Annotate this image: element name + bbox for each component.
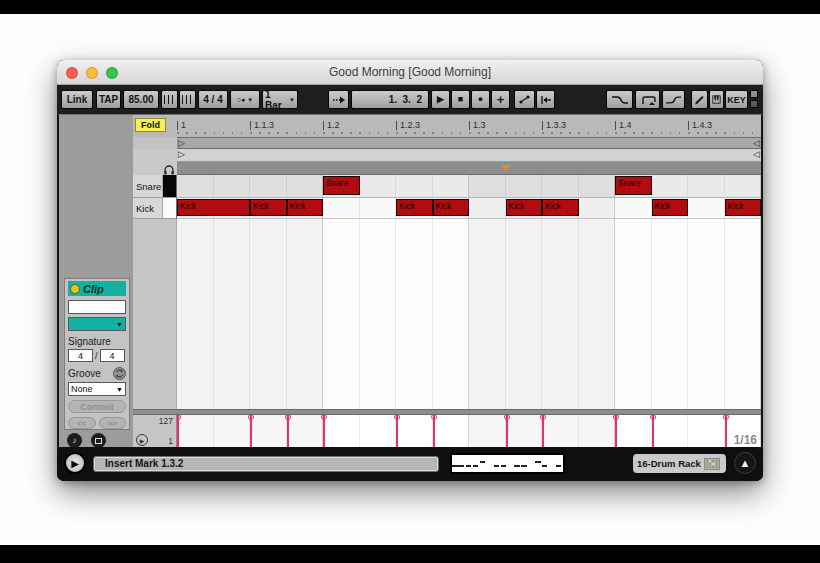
groove-select[interactable]: None ▼ [68, 382, 126, 396]
signature-denominator-field[interactable]: 4 [100, 349, 125, 362]
snare-note-lane[interactable]: SnareSnare [177, 175, 761, 198]
envelopes-box-toggle[interactable] [91, 433, 106, 448]
automation-arm-button[interactable] [514, 90, 535, 109]
grid-cell[interactable] [652, 219, 689, 409]
midi-in-indicator[interactable] [750, 90, 758, 98]
end-marker-icon[interactable]: ◁ [753, 149, 760, 160]
prev-clip-button[interactable]: << [68, 417, 96, 429]
quantization-menu[interactable]: 1 Bar ▼ [262, 90, 298, 109]
clip-activator-icon[interactable] [70, 284, 80, 294]
grid-cell[interactable] [360, 219, 397, 409]
grid-cell[interactable] [287, 219, 324, 409]
follow-button[interactable] [328, 90, 349, 109]
next-clip-button[interactable]: >> [99, 417, 127, 429]
notes-box-toggle[interactable]: ♪ [67, 433, 82, 448]
reenable-automation-button[interactable] [536, 90, 555, 109]
velocity-stem[interactable] [396, 415, 398, 448]
hot-swap-groove-button[interactable] [113, 367, 126, 380]
midi-note-kick[interactable]: Kick [287, 199, 324, 216]
loop-button[interactable] [635, 90, 660, 109]
tap-tempo-button[interactable]: TAP [96, 90, 121, 109]
midi-note-kick[interactable]: Kick [652, 199, 689, 216]
grid-cell[interactable] [396, 219, 433, 409]
grid-cell[interactable] [323, 219, 360, 409]
nudge-up-button[interactable] [179, 90, 196, 109]
time-signature-display[interactable]: 4 / 4 [198, 90, 228, 109]
metronome-button[interactable]: ○● ▼ [230, 90, 260, 109]
commit-button[interactable]: Commit [68, 400, 126, 413]
start-marker-icon[interactable]: ▷ [178, 149, 185, 160]
piano-key-kick[interactable] [163, 198, 177, 219]
midi-note-kick[interactable]: Kick [725, 199, 762, 216]
midi-note-kick[interactable]: Kick [433, 199, 470, 216]
kick-note-lane[interactable]: KickKickKickKickKickKickKickKickKick [177, 198, 761, 219]
midi-note-kick[interactable]: Kick [396, 199, 433, 216]
play-button[interactable]: ▶ [431, 90, 450, 109]
tempo-display[interactable]: 85.00 [123, 90, 159, 109]
midi-note-snare[interactable]: Snare [323, 176, 360, 195]
insert-marker[interactable] [502, 165, 510, 171]
start-end-marker-lane[interactable]: ▷ ◁ [177, 149, 761, 162]
velocity-stem[interactable] [615, 415, 617, 448]
velocity-stem[interactable] [433, 415, 435, 448]
grid-cell[interactable] [177, 219, 214, 409]
velocity-stem[interactable] [652, 415, 654, 448]
velocity-stem[interactable] [250, 415, 252, 448]
grid-cell[interactable] [469, 219, 506, 409]
overdub-button[interactable]: + [491, 90, 510, 109]
velocity-stem[interactable] [323, 415, 325, 448]
nudge-down-button[interactable] [161, 90, 178, 109]
clip-name-input[interactable] [68, 300, 126, 314]
track-name-snare[interactable]: Snare [133, 175, 163, 198]
loop-end-icon[interactable]: ◁ [753, 138, 760, 149]
velocity-lane[interactable]: 1/16 [177, 415, 761, 448]
grid-cell[interactable] [506, 219, 543, 409]
stop-button[interactable]: ■ [451, 90, 470, 109]
grid-cell[interactable] [579, 219, 616, 409]
arrangement-position-display[interactable]: 1. 3. 2 [351, 90, 429, 109]
loop-brace[interactable]: ▷ ◁ [177, 137, 761, 149]
midi-note-kick[interactable]: Kick [250, 199, 287, 216]
draw-mode-button[interactable] [691, 90, 708, 109]
zoom-button[interactable] [106, 67, 118, 79]
velocity-stem[interactable] [177, 415, 179, 448]
midi-note-kick[interactable]: Kick [542, 199, 579, 216]
clip-overview-display[interactable] [450, 453, 565, 474]
punch-out-button[interactable] [662, 90, 685, 109]
piano-key-snare[interactable] [163, 175, 177, 198]
grid-cell[interactable] [615, 219, 652, 409]
minimize-button[interactable] [86, 67, 98, 79]
midi-note-snare[interactable]: Snare [615, 176, 652, 195]
clip-color-select[interactable]: ▼ [68, 317, 126, 331]
grid-cell[interactable] [688, 219, 725, 409]
grid-cell[interactable] [725, 219, 762, 409]
footer-play-button[interactable]: ▶ [64, 452, 86, 474]
grid-cell[interactable] [542, 219, 579, 409]
velocity-stem[interactable] [287, 415, 289, 448]
signature-numerator-field[interactable]: 4 [68, 349, 93, 362]
scrub-area[interactable] [177, 162, 761, 175]
grid-cell[interactable] [214, 219, 251, 409]
show-hide-detail-button[interactable]: ▲ [734, 452, 756, 474]
loop-start-icon[interactable]: ▷ [178, 138, 185, 149]
key-map-button[interactable]: KEY [725, 90, 748, 109]
beat-time-ruler[interactable]: 11.1.31.21.2.31.31.3.31.41.4.3 [177, 115, 761, 137]
close-button[interactable] [66, 67, 78, 79]
velocity-stem[interactable] [725, 415, 727, 448]
midi-note-kick[interactable]: Kick [506, 199, 543, 216]
link-button[interactable]: Link [61, 90, 93, 109]
midi-note-kick[interactable]: Kick [177, 199, 250, 216]
device-chooser-16-drum-rack[interactable]: 16-Drum Rack [633, 454, 726, 473]
midi-out-indicator[interactable] [750, 100, 758, 108]
velocity-lane-toggle[interactable]: ▶ [136, 434, 148, 446]
grid-cell[interactable] [250, 219, 287, 409]
record-button[interactable]: ● [471, 90, 490, 109]
track-name-kick[interactable]: Kick [133, 198, 163, 219]
grid-cell[interactable] [433, 219, 470, 409]
punch-in-button[interactable] [606, 90, 633, 109]
velocity-stem[interactable] [542, 415, 544, 448]
computer-midi-keyboard-button[interactable] [709, 90, 724, 109]
fold-button[interactable]: Fold [135, 118, 166, 132]
velocity-stem[interactable] [506, 415, 508, 448]
empty-note-grid[interactable] [177, 219, 761, 409]
